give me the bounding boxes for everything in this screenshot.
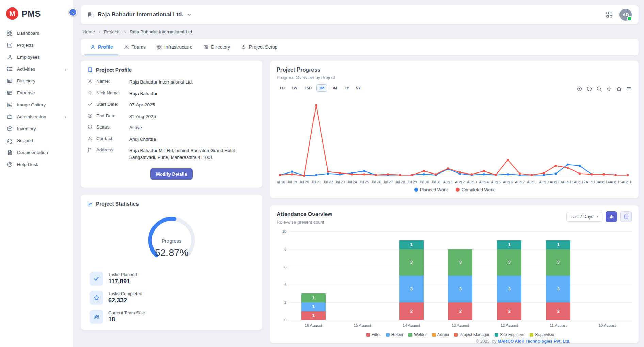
range-1d[interactable]: 1D	[277, 84, 287, 92]
sidebar-item-projects[interactable]: Projects	[0, 39, 73, 51]
employees-icon	[7, 54, 13, 60]
bar-segment[interactable]: 3	[448, 276, 472, 302]
tab-teams[interactable]: Teams	[118, 39, 151, 55]
pan-icon[interactable]	[606, 86, 612, 92]
field-label: Status:	[96, 124, 126, 130]
table-view-button[interactable]	[620, 211, 632, 222]
sidebar-item-expense[interactable]: Expense	[0, 87, 73, 99]
tab-project-setup[interactable]: Project Setup	[236, 39, 283, 55]
x-axis-label: 15 August	[347, 323, 378, 327]
breadcrumb-projects[interactable]: Projects	[104, 29, 121, 34]
tab-label: Project Setup	[249, 44, 277, 50]
legend-item-completed[interactable]: Completed Work	[456, 187, 495, 192]
bar-chart-icon	[609, 214, 614, 219]
bar-segment[interactable]: 3	[546, 249, 570, 276]
company-selector[interactable]: Raja Bahadur International Ltd.	[87, 11, 191, 18]
date-range-select[interactable]: Last 7 Days ▾	[566, 212, 602, 222]
legend-dot	[456, 188, 460, 192]
breadcrumb-home[interactable]: Home	[83, 29, 95, 34]
select-value: Last 7 Days	[570, 214, 593, 219]
tab-infrastructure[interactable]: Infrastructure	[151, 39, 198, 55]
bar-segment[interactable]: 1	[546, 240, 570, 249]
range-3m[interactable]: 3M	[329, 84, 340, 92]
bar-plot: 0246810111233123323312331	[289, 231, 632, 320]
sidebar-item-administration[interactable]: Administration ›	[0, 111, 73, 123]
legend-item[interactable]: Welder	[408, 332, 427, 337]
sidebar-item-documentation[interactable]: Documentation	[0, 147, 73, 159]
range-1w[interactable]: 1W	[289, 84, 300, 92]
bar-segment[interactable]: 3	[497, 249, 521, 276]
legend-item[interactable]: Fitter	[366, 332, 381, 337]
help-desk-icon	[7, 162, 13, 167]
range-15d[interactable]: 15D	[302, 84, 315, 92]
sidebar-item-help-desk[interactable]: Help Desk	[0, 159, 73, 170]
zoom-in-icon[interactable]	[577, 86, 582, 92]
bar-view-button[interactable]	[606, 211, 617, 222]
bar-segment[interactable]: 3	[399, 276, 424, 302]
home-icon[interactable]	[616, 86, 622, 92]
sidebar-item-activities[interactable]: Activities ›	[0, 63, 73, 75]
sidebar-item-directory[interactable]: Directory	[0, 75, 73, 87]
zoom-out-icon[interactable]	[586, 86, 592, 92]
tab-directory[interactable]: Directory	[198, 39, 236, 55]
bar-segment[interactable]: 1	[497, 240, 521, 249]
stat-team-size: Current Team Size 18	[90, 310, 254, 324]
magnifier-icon[interactable]	[596, 86, 602, 92]
user-avatar[interactable]: AD	[619, 9, 632, 21]
bar-segment[interactable]: 1	[301, 302, 326, 311]
topbar: Raja Bahadur International Ltd. AD	[81, 5, 639, 24]
legend-swatch	[366, 333, 370, 337]
sidebar-item-label: Help Desk	[17, 162, 38, 167]
bar-segment[interactable]: 3	[399, 249, 424, 276]
apps-grid-button[interactable]	[606, 11, 613, 18]
bar-segment[interactable]: 3	[448, 249, 472, 276]
sidebar-item-inventory[interactable]: Inventory	[0, 123, 73, 135]
bar-segment[interactable]: 1	[301, 293, 326, 302]
sidebar-item-dashboard[interactable]: Dashboard	[0, 27, 73, 39]
attendance-chart[interactable]: 024681011123312332331233116 August15 Aug…	[277, 231, 632, 337]
directory-icon	[7, 78, 13, 84]
range-1m[interactable]: 1M	[316, 84, 327, 92]
legend-label: Completed Work	[462, 187, 495, 192]
range-1y[interactable]: 1Y	[341, 84, 352, 92]
modify-details-button[interactable]: Modify Details	[150, 168, 193, 180]
attendance-controls: Last 7 Days ▾	[566, 211, 632, 222]
progress-gauge: Progress 52.87%	[87, 210, 256, 270]
bar-column[interactable]: 111	[301, 293, 326, 320]
bar-segment[interactable]: 1	[301, 311, 326, 320]
legend-item[interactable]: Admin	[432, 332, 449, 337]
footer-link[interactable]: MARCO AIoT Technologies Pvt. Ltd.	[498, 339, 570, 344]
field-value: Raja Bahadur Mill Rd, behind Sheraton Gr…	[129, 147, 255, 161]
legend-item[interactable]: Site Engineer	[495, 332, 525, 337]
bar-column[interactable]: 2331	[546, 240, 570, 320]
sidebar-collapse-button[interactable]: ‹	[69, 8, 77, 16]
bar-column[interactable]: 233	[448, 249, 472, 320]
sidebar-item-label: Projects	[17, 43, 34, 48]
legend-item[interactable]: Supervisor	[530, 332, 554, 337]
logo-text: PMS	[22, 9, 41, 19]
tab-profile[interactable]: Profile	[85, 39, 118, 55]
project-progress-chart[interactable]: Jul 18Jul 19Jul 20Jul 21Jul 22Jul 23Jul …	[277, 94, 632, 186]
bar-column[interactable]: 2331	[399, 240, 424, 320]
bar-segment[interactable]: 3	[497, 276, 521, 302]
bar-segment[interactable]: 2	[497, 302, 521, 320]
sidebar-item-support[interactable]: Support	[0, 135, 73, 147]
bar-segment[interactable]: 2	[448, 302, 472, 320]
sidebar-item-image-gallery[interactable]: Image Gallery	[0, 99, 73, 111]
app-logo[interactable]: M PMS	[0, 3, 73, 27]
range-5y[interactable]: 5Y	[353, 84, 364, 92]
legend-swatch	[454, 333, 458, 337]
bar-segment[interactable]: 1	[399, 240, 424, 249]
legend-item-planned[interactable]: Planned Work	[414, 187, 448, 192]
bar-segment[interactable]: 2	[546, 302, 570, 320]
sidebar-item-employees[interactable]: Employees	[0, 51, 73, 63]
bar-segment[interactable]: 3	[546, 276, 570, 302]
sidebar-item-label: Directory	[17, 78, 35, 84]
bar-column[interactable]: 2331	[497, 240, 521, 320]
tab-label: Directory	[211, 44, 230, 50]
legend-item[interactable]: Helper	[386, 332, 403, 337]
bar-segment[interactable]: 2	[399, 302, 424, 320]
legend-item[interactable]: Project Manager	[454, 332, 489, 337]
profile-field-nickname: Nick Name: Raja Bahadur	[87, 90, 256, 97]
menu-icon[interactable]	[626, 86, 632, 92]
